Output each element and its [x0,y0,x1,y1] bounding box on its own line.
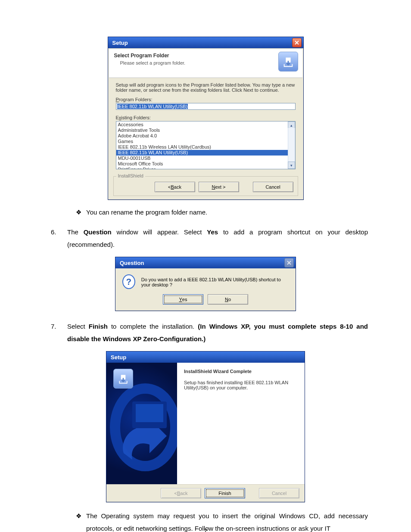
list-item[interactable]: IEEE 802.11b WLAN Utility(USB) [116,150,288,156]
question-dialog: Question ? Do you want to add a IEEE 802… [115,257,296,311]
cancel-button: Cancel [259,488,299,498]
back-button[interactable]: < Back [155,182,195,192]
wizard-side-graphic [106,363,177,484]
installer-icon [278,52,298,72]
program-folders-label: Program Folders: [116,97,296,102]
setup-folder-window: Setup Select Program Folder Please selec… [108,37,304,200]
list-item[interactable]: MDU-0001USB [116,156,288,161]
scrollbar-track[interactable] [288,128,295,162]
window-title: Question [120,260,144,266]
installer-icon [113,369,133,389]
no-button[interactable]: No [208,294,248,305]
existing-folders-label: Existing Folders: [116,115,296,120]
titlebar: Setup [108,37,303,48]
question-text: Do you want to add a IEEE 802.11b WLAN U… [141,274,289,287]
finish-button[interactable]: Finish [205,488,245,498]
list-item[interactable]: Games [116,139,288,144]
setup-finish-window: Setup InstallShield Wizard Complete Setu… [106,351,305,502]
next-button[interactable]: Next > [199,182,239,192]
finish-heading: InstallShield Wizard Complete [184,369,298,374]
close-button[interactable] [284,258,294,268]
titlebar: Question [115,257,296,268]
close-button[interactable] [292,38,302,47]
question-icon: ? [122,274,135,289]
installshield-legend: InstallShield [116,173,145,178]
close-icon [295,40,299,45]
scroll-down-button[interactable]: ▾ [288,162,295,169]
yes-button[interactable]: Yes [163,294,203,305]
list-item[interactable]: Administrative Tools [116,128,288,133]
list-item[interactable]: Adobe Acrobat 4.0 [116,133,288,139]
step-subtitle: Please select a program folder. [120,60,297,65]
step-7: 7. Select Finish to complete the install… [51,320,368,345]
close-icon [287,261,291,265]
existing-folders-listbox[interactable]: AccessoriesAdministrative ToolsAdobe Acr… [116,121,296,169]
bullet-rename: ❖ You can rename the program folder name… [76,208,368,217]
page-number: 7 [0,527,411,532]
list-item[interactable]: IEEE 802.11b Wireless LAN Utility(Cardbu… [116,144,288,150]
titlebar: Setup [106,352,305,363]
svg-rect-2 [136,404,163,422]
step-title: Select Program Folder [114,53,297,59]
back-button: < Back [161,488,201,498]
finish-text: Setup has finished installing IEEE 802.1… [184,380,298,390]
window-title: Setup [112,40,128,46]
list-item[interactable]: Microsoft Office Tools [116,161,288,167]
window-title: Setup [111,354,126,361]
list-item[interactable]: Accessories [116,122,288,128]
instruction-text: Setup will add program icons to the Prog… [116,82,296,93]
step-6: 6. The Question window will appear. Sele… [51,226,368,251]
list-item[interactable]: PrintServer Driver [116,167,288,169]
program-folder-input[interactable]: IEEE 802.11b WLAN Utility(USB) [116,103,296,110]
cancel-button[interactable]: Cancel [253,182,293,192]
